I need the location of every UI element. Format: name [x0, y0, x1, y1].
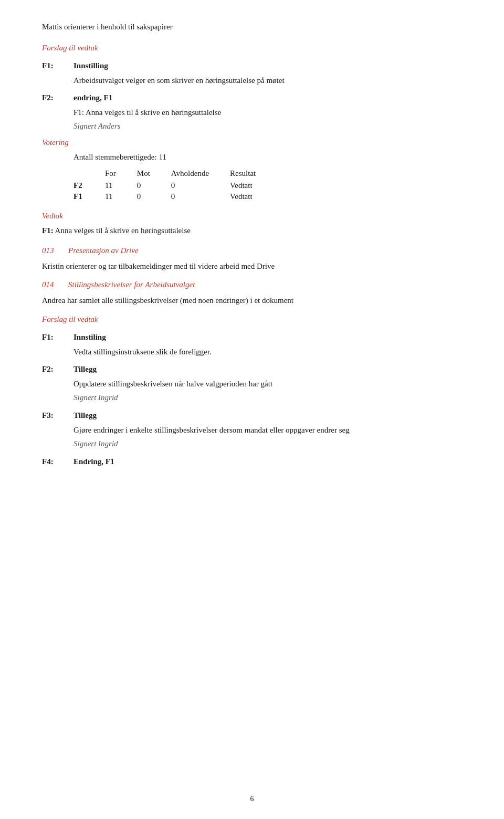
header-line: Mattis orienterer i henhold til sakspapi…	[42, 21, 462, 33]
p2-f3-text: Gjøre endringer i enkelte stillingsbeskr…	[74, 424, 462, 436]
p2-f2-title: Tillegg	[74, 363, 462, 375]
vedtak-f1-label: F1:	[42, 226, 54, 235]
row-f1-resultat: Vedtatt	[230, 191, 277, 202]
f1-label: F1:	[42, 60, 74, 72]
item-013-row: 013 Presentasjon av Drive	[42, 246, 462, 255]
proposal-block-f1: F1: Innstilling Arbeidsutvalget velger e…	[42, 60, 462, 87]
votering-heading: Votering	[42, 138, 462, 147]
votering-section: Votering Antall stemmeberettigede: 11 Fo…	[42, 138, 462, 203]
f2-signert: Signert Anders	[74, 122, 462, 131]
item-014-number: 014	[42, 280, 68, 289]
p2-f3-signert: Signert Ingrid	[74, 439, 462, 448]
col-mot: Mot	[137, 168, 171, 180]
p2-f1-title: Innstiling	[74, 331, 462, 343]
f2-title: endring, F1	[74, 92, 462, 104]
p2-f2-label: F2:	[42, 363, 74, 375]
item-014-title: Stillingsbeskrivelser for Arbeidsutvalge…	[68, 280, 462, 289]
col-for: For	[105, 168, 137, 180]
p2-f3-label: F3:	[42, 410, 74, 422]
vedtak-f1-text: Anna velges til å skrive en høringsuttal…	[55, 226, 191, 235]
f2-label: F2:	[42, 92, 74, 104]
proposal2-block-f1: F1: Innstiling Vedta stillingsinstruksen…	[42, 331, 462, 358]
row-f1-for: 11	[105, 191, 137, 202]
row-f1-avholdende: 0	[171, 191, 230, 202]
page-number: 6	[250, 795, 254, 803]
p2-f2-text: Oppdatere stillingsbeskrivelsen når halv…	[74, 378, 462, 390]
row-f1-mot: 0	[137, 191, 171, 202]
col-avholdende: Avholdende	[171, 168, 230, 180]
page-footer: 6	[0, 795, 504, 803]
row-f2-for: 11	[105, 180, 137, 191]
proposal-block-f2: F2: endring, F1 F1: Anna velges til å sk…	[42, 92, 462, 131]
proposal2-block-f4: F4: Endring, F1	[42, 456, 462, 468]
vedtak-text: F1: Anna velges til å skrive en høringsu…	[42, 225, 462, 237]
p2-f3-title: Tillegg	[74, 410, 462, 422]
forslag-heading-1: Forslag til vedtak	[42, 44, 462, 52]
voting-header-row: For Mot Avholdende Resultat	[74, 168, 277, 180]
proposal2-block-f2: F2: Tillegg Oppdatere stillingsbeskrivel…	[42, 363, 462, 402]
table-row: F2 11 0 0 Vedtatt	[74, 180, 277, 191]
vedtak-heading: Vedtak	[42, 212, 462, 220]
row-f2-avholdende: 0	[171, 180, 230, 191]
p2-f4-title: Endring, F1	[74, 456, 462, 468]
item-013-description: Kristin orienterer og tar tilbakemelding…	[42, 260, 462, 272]
p2-f1-text: Vedta stillingsinstruksene slik de forel…	[74, 346, 462, 358]
p2-f2-signert: Signert Ingrid	[74, 393, 462, 402]
f2-subtext: F1: Anna velges til å skrive en høringsu…	[74, 107, 462, 119]
item-013-title: Presentasjon av Drive	[68, 246, 462, 255]
vedtak-section: Vedtak F1: Anna velges til å skrive en h…	[42, 212, 462, 237]
row-f1-label: F1	[74, 191, 105, 202]
proposal2-block-f3: F3: Tillegg Gjøre endringer i enkelte st…	[42, 410, 462, 448]
item-013-number: 013	[42, 246, 68, 255]
f1-title: Innstilling	[74, 60, 462, 72]
item-014-description: Andrea har samlet alle stillingsbeskrive…	[42, 295, 462, 307]
row-f2-mot: 0	[137, 180, 171, 191]
row-f2-resultat: Vedtatt	[230, 180, 277, 191]
table-row: F1 11 0 0 Vedtatt	[74, 191, 277, 202]
p2-f4-label: F4:	[42, 456, 74, 468]
row-f2-label: F2	[74, 180, 105, 191]
forslag-heading-2: Forslag til vedtak	[42, 315, 462, 324]
voting-table: For Mot Avholdende Resultat F2 11 0 0 Ve…	[74, 168, 277, 202]
f1-text: Arbeidsutvalget velger en som skriver en…	[74, 75, 462, 87]
col-resultat: Resultat	[230, 168, 277, 180]
antall-line: Antall stemmeberettigede: 11	[74, 151, 462, 163]
col-empty	[74, 168, 105, 180]
p2-f1-label: F1:	[42, 331, 74, 343]
item-014-row: 014 Stillingsbeskrivelser for Arbeidsutv…	[42, 280, 462, 289]
